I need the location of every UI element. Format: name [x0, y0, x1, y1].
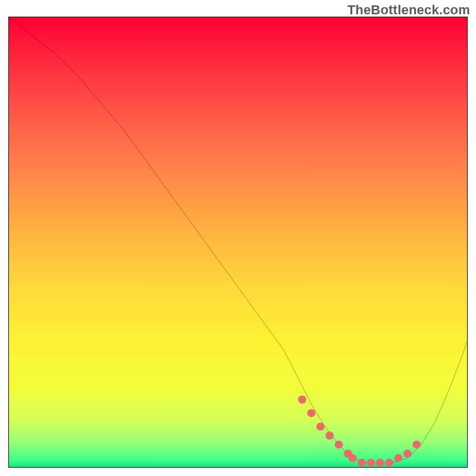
svg-point-1	[298, 396, 306, 404]
bottleneck-curve	[9, 17, 467, 462]
svg-point-10	[376, 459, 384, 467]
svg-point-13	[403, 450, 412, 458]
svg-point-14	[412, 440, 421, 449]
plot-area	[8, 17, 468, 468]
svg-point-4	[325, 431, 334, 440]
curve-layer	[9, 17, 467, 467]
svg-point-5	[334, 440, 343, 449]
svg-point-7	[349, 454, 357, 462]
chart-container: TheBottleneck.com	[0, 0, 476, 476]
svg-point-9	[367, 459, 375, 467]
sweet-spot-dots	[298, 396, 421, 466]
svg-point-8	[358, 459, 366, 467]
svg-point-11	[385, 459, 393, 467]
svg-point-2	[307, 409, 315, 417]
watermark-text: TheBottleneck.com	[347, 2, 470, 18]
svg-point-12	[394, 454, 403, 462]
svg-point-3	[317, 422, 325, 431]
